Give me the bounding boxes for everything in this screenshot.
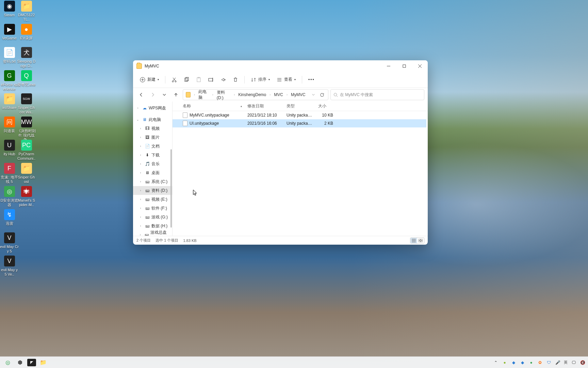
desktop-icon[interactable]: MW《决胜时刻®: 现代战争.. [17,117,36,142]
paste-button[interactable] [193,74,204,86]
sidebar-item[interactable]: ›🎵音乐 [133,159,172,168]
crumb-current[interactable]: MyMVC [290,92,307,98]
desktop-icon[interactable]: Q爱奇艺.exe [17,70,36,87]
sidebar-item[interactable]: ›🖴资料 (D:) [133,186,172,195]
sidebar-item[interactable]: ›🖴视频 (E:) [133,195,172,204]
sidebar-item-wps[interactable]: ›☁ WPS网盘 [133,104,172,112]
up-button[interactable] [171,90,181,99]
view-button[interactable]: 查看 ▾ [274,74,298,86]
desktop-icon[interactable]: SGWSniper Ghost Wa.. [17,93,36,114]
details-view-icon[interactable] [410,238,417,243]
desktop-icon[interactable]: 📁Sniper Ghost [17,163,36,184]
desktop-icon[interactable]: 📁DMC5122TL.. [17,1,36,22]
new-button[interactable]: 新建 ▾ [137,74,162,86]
column-headers[interactable]: 名称▴ 修改日期 类型 大小 [173,102,428,111]
desktop-icon[interactable]: ●EV录屏 [17,24,36,41]
share-button[interactable] [218,74,229,86]
sidebar-item[interactable]: ›🖴软件 (F:) [133,204,172,213]
file-row[interactable]: UI.unitypackage2021/3/16 16:06Unity pack… [173,119,426,127]
column-size[interactable]: 大小 [315,103,336,109]
maximize-button[interactable] [396,60,412,72]
view-label: 查看 [284,77,292,82]
taskbar-app-1[interactable]: ◎ [3,358,13,367]
close-button[interactable] [412,60,428,72]
address-bar[interactable]: › 此电脑› 资料 (D:)› KinshengDemo› MVC› MyMVC [183,89,328,100]
taskbar[interactable]: ◎ ⬢ ◤ 📁 ⌃ ● ◆ ◆ ● ✿ 🛡 🎤 英 🖵 🔇 [0,356,588,368]
tray-mic-icon[interactable]: 🎤 [555,360,560,365]
tray-icon[interactable]: ◆ [511,360,516,365]
column-name[interactable]: 名称▴ [180,103,245,109]
taskbar-explorer[interactable]: 📁 [38,358,48,367]
explorer-body: ›☁ WPS网盘 ⌄🖥 此电脑 ›🎞视频›🖼图片›📄文档›⬇下载›🎵音乐›🖥桌面… [133,102,428,236]
desktop-icon[interactable]: ◎D安全浏览器 [0,186,19,207]
file-type: Unity package file [284,113,315,118]
explorer-window: MyMVC 新建 ▾ 排序 ▾ [133,60,428,245]
crumb-folder2[interactable]: MVC [273,92,284,98]
copy-button[interactable] [181,74,192,86]
desktop-icon[interactable]: ▶VeGame [0,24,19,41]
tray-expand-icon[interactable]: ⌃ [493,360,499,365]
desktop-icon[interactable]: GeForce xperience [0,70,19,91]
crumb-this-pc[interactable]: 此电脑 [197,88,210,101]
desktop-icon[interactable]: Vevil May Cry 5 [0,232,19,254]
desktop-icon-label: 迅雷 [0,221,19,226]
view-toggle[interactable] [410,237,424,244]
desktop-icon[interactable]: PCPyCharm Communi.. [17,140,36,161]
navigation-pane[interactable]: ›☁ WPS网盘 ⌄🖥 此电脑 ›🎞视频›🖼图片›📄文档›⬇下载›🎵音乐›🖥桌面… [133,102,173,236]
toolbar: 新建 ▾ 排序 ▾ 查看 ▾ ••• [133,72,428,88]
tray-icon[interactable]: ● [528,360,534,365]
crumb-folder1[interactable]: KinshengDemo [237,92,267,98]
refresh-button[interactable] [318,90,326,99]
desktop-icon[interactable]: 犬Sleeping Dogs D.. [17,47,36,68]
system-tray[interactable]: ⌃ ● ◆ ◆ ● ✿ 🛡 🎤 英 🖵 🔇 [493,360,585,365]
taskbar-app-3[interactable]: ◤ [27,359,36,366]
sidebar-item[interactable]: ›🖴游戏总盘 (I:) [133,230,172,236]
crumb-drive[interactable]: 资料 (D:) [215,89,232,101]
column-type[interactable]: 类型 [284,103,315,109]
file-rows[interactable]: MyMVC.unitypackage2021/3/12 18:10Unity p… [173,111,428,236]
recent-dropdown[interactable] [160,90,169,99]
sidebar-item[interactable]: ›🖥桌面 [133,168,172,177]
back-button[interactable] [136,90,146,99]
desktop-icon[interactable]: 📁iroShare [0,93,19,110]
cut-button[interactable] [169,74,180,86]
forward-button[interactable] [148,90,158,99]
tray-monitor-icon[interactable]: 🖵 [571,360,576,365]
tray-volume-icon[interactable]: 🔇 [580,360,585,365]
tray-icon[interactable]: ◆ [520,360,525,365]
tray-security-icon[interactable]: 🛡 [546,360,552,365]
titlebar[interactable]: MyMVC [133,60,428,72]
desktop-icon[interactable]: F竞速: 地平线 5 [0,163,19,184]
address-dropdown-icon[interactable] [310,90,317,99]
sidebar-item[interactable]: ›⬇下载 [133,151,172,159]
sidebar-item[interactable]: ›📄文档 [133,142,172,151]
column-date[interactable]: 修改日期 [245,103,284,109]
minimize-button[interactable] [381,60,396,72]
desktop-icon[interactable]: Uity Hub [0,140,19,156]
tiles-view-icon[interactable] [417,238,424,243]
file-row[interactable]: MyMVC.unitypackage2021/3/12 18:10Unity p… [173,111,426,119]
desktop-icon[interactable]: 🕷Marvel's Spider-M.. [17,186,36,207]
desktop-icon[interactable]: ↯迅雷 [0,209,19,226]
scrollbar-thumb[interactable] [170,149,172,228]
tray-icon[interactable]: ✿ [537,360,543,365]
sort-button[interactable]: 排序 ▾ [248,74,273,86]
sidebar-item[interactable]: ›🖴系统 (C:) [133,177,172,186]
sidebar-item-this-pc[interactable]: ⌄🖥 此电脑 [133,115,172,124]
desktop-icon[interactable]: Vevil May y 5 Ve.. [0,256,19,277]
desktop-icon[interactable]: 📄密码.txt [0,47,19,64]
sidebar-item[interactable]: ›🎞视频 [133,124,172,133]
desktop-icon[interactable]: ◉Steam [0,1,19,17]
rename-button[interactable] [206,74,216,86]
sidebar-item-label: 视频 (E:) [151,197,167,202]
more-button[interactable]: ••• [306,74,317,86]
sidebar-item[interactable]: ›🖴数据 (H:) [133,221,172,230]
tray-icon[interactable]: ● [502,360,507,365]
delete-button[interactable] [230,74,241,86]
sidebar-item[interactable]: ›🖴游戏 (G:) [133,213,172,221]
taskbar-app-2[interactable]: ⬢ [15,358,25,367]
desktop-icon[interactable]: 问问道装 [0,117,19,133]
search-box[interactable]: 在 MyMVC 中搜索 [330,89,424,100]
ime-indicator[interactable]: 英 [564,360,568,365]
sidebar-item[interactable]: ›🖼图片 [133,133,172,142]
